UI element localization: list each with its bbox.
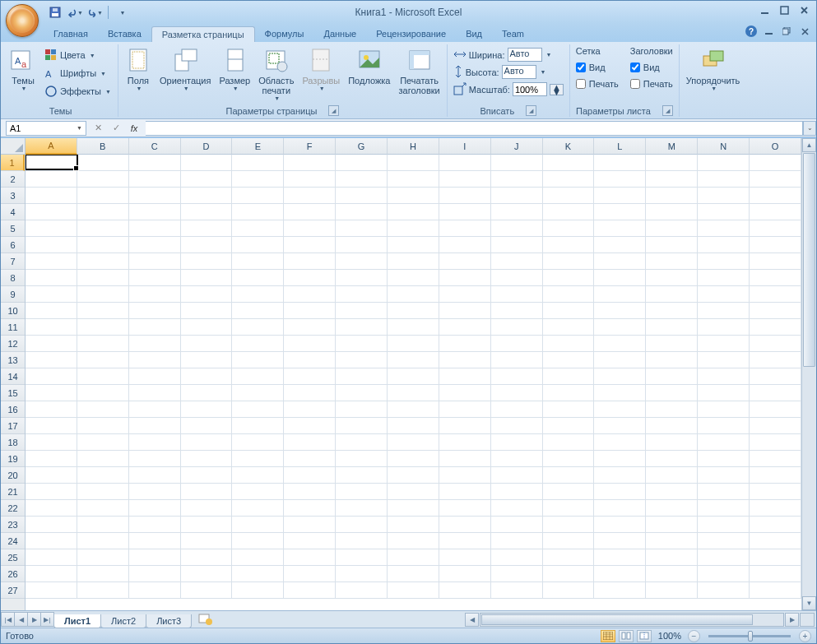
select-all-button[interactable] (1, 138, 25, 155)
cell[interactable] (543, 549, 595, 566)
cell[interactable] (543, 418, 595, 434)
cell[interactable] (284, 253, 336, 270)
cell[interactable] (646, 434, 698, 451)
cell[interactable] (129, 352, 181, 368)
cell[interactable] (750, 286, 801, 303)
cell[interactable] (77, 155, 129, 171)
normal-view-button[interactable] (601, 630, 615, 642)
cell[interactable] (129, 204, 181, 220)
cell[interactable] (646, 418, 698, 434)
cell[interactable] (439, 253, 491, 270)
cell[interactable] (26, 467, 77, 484)
cell[interactable] (491, 237, 543, 253)
cell[interactable] (181, 517, 233, 533)
cell[interactable] (646, 368, 698, 385)
cell[interactable] (232, 303, 284, 319)
cell[interactable] (543, 566, 595, 582)
cell[interactable] (336, 253, 388, 270)
cell[interactable] (698, 418, 750, 434)
column-header[interactable]: G (336, 138, 388, 155)
cell[interactable] (232, 582, 284, 599)
cell[interactable] (543, 582, 595, 599)
cell[interactable] (181, 385, 233, 401)
cell[interactable] (26, 204, 77, 220)
cell[interactable] (543, 533, 595, 549)
cell[interactable] (336, 204, 388, 220)
cell[interactable] (284, 303, 336, 319)
cell[interactable] (750, 500, 801, 517)
cell[interactable] (77, 401, 129, 418)
zoom-in-button[interactable]: + (799, 630, 811, 642)
cell[interactable] (439, 352, 491, 368)
cell[interactable] (750, 467, 801, 484)
cell[interactable] (388, 549, 439, 566)
column-header[interactable]: F (284, 138, 336, 155)
cell[interactable] (491, 319, 543, 336)
cell[interactable] (750, 582, 801, 599)
column-header[interactable]: I (439, 138, 491, 155)
cell[interactable] (181, 237, 233, 253)
cell[interactable] (543, 451, 595, 467)
insert-sheet-button[interactable] (197, 613, 215, 626)
cell[interactable] (388, 582, 439, 599)
cell[interactable] (77, 434, 129, 451)
cell[interactable] (26, 336, 77, 352)
cell[interactable] (698, 401, 750, 418)
cell[interactable] (491, 188, 543, 204)
cell[interactable] (698, 549, 750, 566)
cell[interactable] (388, 566, 439, 582)
cell[interactable] (698, 517, 750, 533)
cell[interactable] (594, 237, 646, 253)
cell[interactable] (336, 368, 388, 385)
scale-input[interactable] (513, 82, 547, 96)
cell[interactable] (491, 451, 543, 467)
cell[interactable] (232, 467, 284, 484)
cell[interactable] (181, 467, 233, 484)
cell[interactable] (77, 418, 129, 434)
cell[interactable] (439, 319, 491, 336)
cell[interactable] (336, 467, 388, 484)
cell[interactable] (77, 368, 129, 385)
cell[interactable] (336, 155, 388, 171)
cell[interactable] (439, 451, 491, 467)
cell[interactable] (491, 500, 543, 517)
cell[interactable] (491, 336, 543, 352)
cell[interactable] (77, 171, 129, 188)
row-header[interactable]: 18 (1, 434, 25, 451)
cell[interactable] (336, 319, 388, 336)
cell[interactable] (594, 533, 646, 549)
cell[interactable] (698, 385, 750, 401)
cell[interactable] (26, 352, 77, 368)
cell[interactable] (750, 253, 801, 270)
cell[interactable] (594, 385, 646, 401)
cell[interactable] (750, 418, 801, 434)
cell[interactable] (284, 467, 336, 484)
cell[interactable] (26, 549, 77, 566)
cell[interactable] (388, 204, 439, 220)
cell[interactable] (388, 500, 439, 517)
cell[interactable] (388, 484, 439, 500)
cell[interactable] (388, 385, 439, 401)
cell[interactable] (646, 204, 698, 220)
cell[interactable] (594, 270, 646, 286)
cell[interactable] (336, 434, 388, 451)
next-sheet-button[interactable]: ▶ (27, 612, 41, 627)
cell[interactable] (594, 517, 646, 533)
row-header[interactable]: 16 (1, 401, 25, 418)
cell[interactable] (750, 451, 801, 467)
size-button[interactable]: Размер▼ (216, 46, 253, 102)
cell[interactable] (336, 220, 388, 237)
column-header[interactable]: K (543, 138, 595, 155)
cell[interactable] (439, 286, 491, 303)
sheet-tab[interactable]: Лист3 (146, 614, 192, 628)
vertical-scroll-thumb[interactable] (803, 153, 815, 367)
cell[interactable] (543, 385, 595, 401)
cell[interactable] (129, 237, 181, 253)
row-header[interactable]: 5 (1, 220, 25, 237)
cell[interactable] (284, 155, 336, 171)
cell[interactable] (594, 336, 646, 352)
cell[interactable] (543, 319, 595, 336)
row-header[interactable]: 7 (1, 253, 25, 270)
cell[interactable] (77, 582, 129, 599)
cell[interactable] (750, 220, 801, 237)
